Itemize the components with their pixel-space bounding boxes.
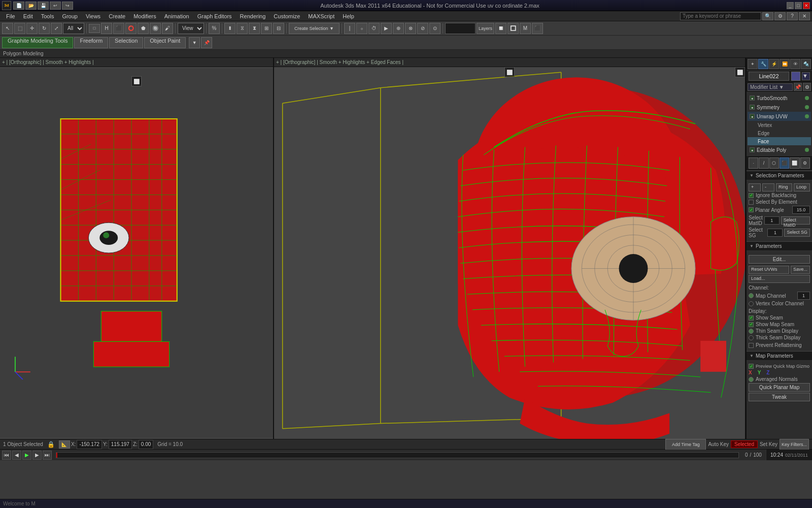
preview-quick-map-cb[interactable]: ✓: [749, 364, 754, 369]
subobj-edge-btn[interactable]: /: [759, 157, 768, 169]
tab-selection[interactable]: Selection: [109, 37, 143, 48]
ignore-backfacing-cb[interactable]: ✓: [749, 193, 754, 198]
map-channel-input[interactable]: [797, 292, 810, 300]
load-btn[interactable]: Load...: [749, 275, 810, 283]
modifier-sub-edge[interactable]: Edge: [748, 129, 811, 137]
open-btn[interactable]: 📂: [25, 2, 37, 10]
left-vp-maximize[interactable]: ⬜: [131, 76, 142, 86]
snap2-btn[interactable]: ⊗: [405, 23, 416, 34]
modifier-unwrap-uvw[interactable]: ● Unwrap UVW: [748, 112, 811, 121]
sel-plus-btn[interactable]: +: [749, 183, 761, 192]
select-lasso-btn[interactable]: 🔘: [150, 23, 161, 34]
subobj-border-btn[interactable]: ⬡: [769, 157, 779, 169]
prev-frame-btn[interactable]: ◀: [12, 451, 21, 460]
ring-btn[interactable]: Ring: [776, 183, 792, 192]
snap-btn[interactable]: ⊕: [393, 23, 404, 34]
menu-customize[interactable]: Customize: [269, 12, 304, 20]
panel-icon-modify[interactable]: 🔧: [758, 59, 768, 69]
snap4-btn[interactable]: ⊙: [429, 23, 441, 34]
menu-group[interactable]: Group: [58, 12, 82, 20]
object-name-input[interactable]: [749, 72, 789, 81]
material-editor-btn[interactable]: M: [520, 23, 531, 34]
select-sg-btn[interactable]: Select SG: [784, 229, 810, 237]
search-input[interactable]: [680, 12, 761, 20]
menu-maxscript[interactable]: MAXScript: [304, 12, 339, 20]
right-vp-options[interactable]: ⬜: [735, 67, 745, 77]
help-btn[interactable]: ?: [787, 12, 798, 20]
align-btn[interactable]: ⧖: [236, 23, 248, 34]
modifier-editable-poly[interactable]: ● Editable Poly: [748, 145, 811, 154]
select-matid-input[interactable]: [764, 216, 780, 225]
key-filters-btn[interactable]: Key Filters...: [780, 439, 809, 450]
select-rect-btn[interactable]: ⬛: [113, 23, 124, 34]
close-btn[interactable]: ✕: [803, 2, 810, 9]
panel-icon-hierarchy[interactable]: ⚡: [769, 59, 779, 69]
menu-create[interactable]: Create: [105, 12, 129, 20]
vertex-color-radio[interactable]: [749, 301, 754, 306]
render2-btn[interactable]: 🔳: [507, 23, 519, 34]
subobj-vertex-btn[interactable]: ·: [749, 157, 758, 169]
edit-btn[interactable]: Edit...: [749, 255, 810, 264]
coord-mode-btn[interactable]: 📐: [59, 440, 70, 449]
redo-btn[interactable]: ↪: [62, 2, 73, 10]
menu-rendering[interactable]: Rendering: [236, 12, 270, 20]
move-btn[interactable]: ✛: [26, 23, 38, 34]
menu-help[interactable]: Help: [339, 12, 358, 20]
timeline-cursor[interactable]: [56, 453, 57, 458]
time-config-btn[interactable]: ⏱: [368, 23, 380, 34]
play-btn[interactable]: ▶: [22, 451, 31, 460]
right-viewport[interactable]: + | [Orthographic] | Smooth + Highlights…: [274, 58, 746, 439]
panel-icon-motion[interactable]: ⏩: [780, 59, 790, 69]
map-channel-radio[interactable]: [749, 293, 754, 298]
select-mode-btn[interactable]: ↖: [2, 23, 13, 34]
selection-params-header[interactable]: ▼ Selection Parameters: [747, 171, 812, 180]
maximize-btn[interactable]: □: [795, 2, 802, 9]
parameters-header[interactable]: ▼ Parameters: [747, 241, 812, 251]
timeline-track-area[interactable]: [54, 450, 741, 460]
modifier-sub-vertex[interactable]: Vertex: [748, 121, 811, 129]
expand-btn[interactable]: ▼: [189, 37, 200, 48]
panel-icon-utilities[interactable]: 🔩: [801, 59, 811, 69]
menu-edit[interactable]: Edit: [19, 12, 37, 20]
settings-btn[interactable]: ⚙: [774, 12, 786, 20]
thick-seam-radio[interactable]: [749, 335, 754, 340]
add-time-tag-btn[interactable]: Add Time Tag: [665, 439, 706, 450]
select-region-btn[interactable]: ⬚: [14, 23, 25, 34]
y-coord[interactable]: 115.197: [109, 440, 132, 449]
menu-file[interactable]: File: [2, 12, 19, 20]
menu-modifiers[interactable]: Modifiers: [129, 12, 160, 20]
align3-btn[interactable]: ⊞: [261, 23, 272, 34]
menu-graph-editors[interactable]: Graph Editors: [193, 12, 236, 20]
percent-btn[interactable]: %: [209, 23, 220, 34]
align2-btn[interactable]: ⧗: [249, 23, 260, 34]
x-coord[interactable]: -150.172: [77, 440, 101, 449]
go-end-btn[interactable]: ⏭: [43, 451, 52, 460]
reset-uvws-btn[interactable]: Reset UVWs: [749, 266, 789, 274]
select-matid-btn[interactable]: Select MatID: [781, 216, 810, 225]
modifier-sub-face[interactable]: Face: [748, 137, 811, 145]
toggle-curve-btn[interactable]: |: [344, 23, 355, 34]
new-btn[interactable]: 📄: [13, 2, 24, 10]
modifier-list-dropdown[interactable]: Modifier List ▼: [748, 83, 793, 91]
modifier-turbosmooth[interactable]: ● TurboSmooth: [748, 93, 811, 103]
anim-playback-btn[interactable]: ▶: [381, 23, 392, 34]
snap3-btn[interactable]: ⊘: [417, 23, 428, 34]
planar-angle-input[interactable]: [792, 206, 810, 214]
go-start-btn[interactable]: ⏮: [2, 451, 11, 460]
subobj-settings-btn[interactable]: ⚙: [800, 157, 810, 169]
render-btn[interactable]: 🔲: [495, 23, 506, 34]
select-name-btn[interactable]: H: [101, 23, 112, 34]
left-viewport[interactable]: + | [Orthographic] | Smooth + Highlights…: [0, 58, 274, 439]
panel-icon-display[interactable]: 👁: [790, 59, 800, 69]
select-fence-btn[interactable]: ⬟: [138, 23, 149, 34]
modifier-symmetry[interactable]: ● Symmetry: [748, 103, 811, 112]
close-search-btn[interactable]: ✕: [799, 12, 810, 20]
select-paint-btn[interactable]: 🖌: [162, 23, 173, 34]
object-color-swatch[interactable]: [791, 72, 800, 81]
subobj-element-btn[interactable]: ⬜: [790, 157, 799, 169]
menu-views[interactable]: Views: [82, 12, 105, 20]
select-obj-btn[interactable]: □: [89, 24, 100, 33]
view-dropdown[interactable]: View: [178, 23, 204, 34]
tab-graphite-modeling[interactable]: Graphite Modeling Tools: [2, 37, 73, 48]
select-sg-input[interactable]: [767, 229, 783, 237]
